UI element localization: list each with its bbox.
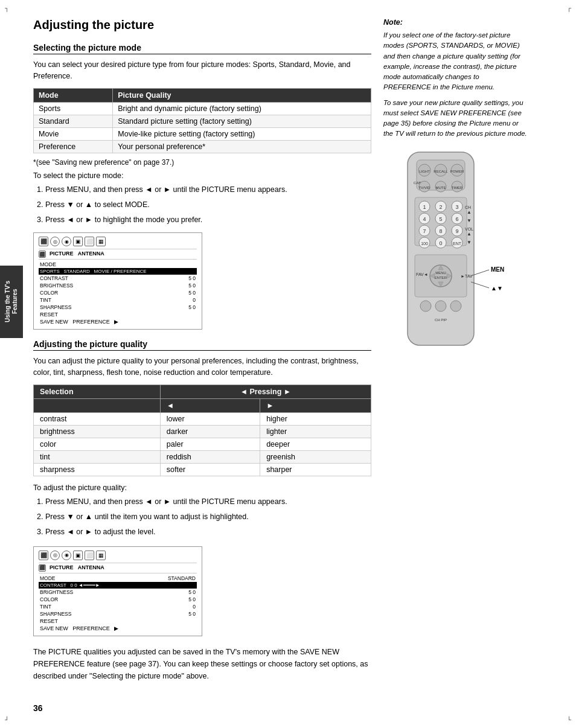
instructions-list-2: Press MENU, and then press ◄ or ► until …: [45, 496, 371, 539]
pressing-cell: greenish: [260, 450, 371, 463]
screen-icons-2: ⬛ ◎ ◉ ▣ ⬜ ▦: [39, 551, 197, 560]
screen-row-tint-1: TINT0: [39, 296, 197, 304]
svg-text:FAV◄: FAV◄: [416, 272, 428, 276]
footnote: *(see "Saving new preference" on page 37…: [33, 158, 371, 167]
screen-mockup-1: ⬛ ◎ ◉ ▣ ⬜ ▦ ⬛ PICTURE ANTENNA MODE SPORT…: [33, 232, 202, 330]
instruction-label-1: To select the picture mode:: [33, 171, 371, 180]
svg-text:5: 5: [439, 216, 442, 222]
svg-point-56: [420, 301, 431, 311]
note-para-2: To save your new picture quality setting…: [383, 98, 528, 139]
remote-container: LIGHT RECALL POWER CABLE TV/VID MUTE TIM…: [383, 149, 528, 368]
section-title-select-mode: Selecting the picture mode: [33, 43, 371, 54]
table-cell: Movie-like picture setting (factory sett…: [113, 127, 371, 140]
right-header: ►: [260, 398, 371, 412]
mode-table: Mode Picture Quality SportsBright and dy…: [33, 88, 371, 153]
screen-icon-6b: ▦: [96, 551, 106, 560]
section-title-adjust: Adjusting the picture quality: [33, 339, 371, 351]
corner-bl: ┘: [5, 717, 9, 723]
instruction-label-2: To adjust the picture quality:: [33, 484, 371, 492]
screen-row-brightness-1: BRIGHTNESS5 0: [39, 282, 197, 289]
table-cell: Your personal preference*: [113, 140, 371, 153]
table-cell: Sports: [34, 102, 113, 115]
screen-div-3: [39, 563, 197, 563]
table-cell: Preference: [34, 140, 113, 153]
svg-text:▲: ▲: [467, 209, 472, 215]
svg-text:CH: CH: [465, 205, 471, 209]
svg-text:LIGHT: LIGHT: [419, 170, 430, 173]
svg-point-58: [450, 301, 461, 311]
screen-mode-highlight-1: SPORTS STANDARD MOVIE / PREFERENCE: [39, 268, 197, 275]
side-tab-text: Using the TV'sFeatures: [4, 281, 19, 322]
svg-text:9: 9: [455, 228, 458, 234]
screen-mode-row-1: MODE: [39, 261, 197, 268]
screen-icon-4b: ▣: [73, 551, 83, 560]
svg-text:▲: ▲: [467, 231, 472, 237]
screen-icon-6: ▦: [96, 237, 106, 246]
pressing-cell: sharper: [260, 463, 371, 476]
pressing-cell: softer: [160, 463, 260, 476]
pressing-cell: lighter: [260, 425, 371, 438]
quality-col-header: Picture Quality: [113, 88, 371, 102]
screen-row-save-2: SAVE NEW PREFERENCE ▶: [39, 625, 197, 632]
svg-text:100: 100: [421, 241, 428, 246]
pressing-cell: color: [34, 438, 161, 450]
svg-text:▼: ▼: [467, 218, 472, 223]
note-para-1: If you select one of the factory-set pic…: [383, 30, 528, 93]
pressing-cell: higher: [260, 412, 371, 425]
svg-text:POWER: POWER: [450, 170, 464, 173]
note-title: Note:: [383, 18, 528, 27]
screen-row-tint-2: TINT0: [39, 603, 197, 610]
svg-text:TV/VID: TV/VID: [418, 186, 430, 190]
section-intro-select-mode: You can select your desired picture type…: [33, 59, 371, 82]
svg-text:CH PIP: CH PIP: [435, 318, 447, 322]
screen-icon-2b: ◎: [50, 551, 60, 560]
mode-col-header: Mode: [34, 88, 113, 102]
bottom-text: The PICTURE qualities you adjusted can b…: [33, 646, 371, 682]
svg-point-57: [435, 301, 446, 311]
screen-icon-2: ◎: [50, 237, 60, 246]
svg-text:►TAV: ►TAV: [461, 274, 473, 278]
svg-text:0: 0: [439, 240, 442, 246]
main-content: Adjusting the picture Selecting the pict…: [33, 12, 371, 716]
instruction-item: Press MENU, and then press ◄ or ► until …: [45, 184, 371, 196]
screen-mode-row-2: MODESTANDARD: [39, 575, 197, 582]
svg-text:MENU: MENU: [491, 266, 504, 273]
section-adjust-quality: Adjusting the picture quality You can ad…: [33, 339, 371, 538]
screen-icon-3: ◉: [62, 237, 71, 246]
svg-text:TIMER: TIMER: [452, 186, 463, 190]
screen-icon-5b: ⬜: [85, 551, 94, 560]
side-tab: Using the TV'sFeatures: [0, 266, 23, 338]
svg-text:3: 3: [455, 204, 458, 210]
pressing-cell: darker: [160, 425, 260, 438]
instruction-item: Press ◄ or ► to highlight the mode you p…: [45, 214, 371, 226]
screen-row-color-1: COLOR5 0: [39, 289, 197, 296]
screen-icons-1: ⬛ ◎ ◉ ▣ ⬜ ▦: [39, 237, 197, 246]
instruction-item: Press ▼ or ▲ until the item you want to …: [45, 511, 371, 523]
screen-row-sharpness-1: SHARPNESS5 0: [39, 304, 197, 311]
svg-text:ENT: ENT: [453, 241, 462, 246]
screen-icon-3b: ◉: [62, 551, 71, 560]
section-intro-adjust: You can adjust the picture quality to yo…: [33, 356, 371, 378]
screen-mockup-2: ⬛ ◎ ◉ ▣ ⬜ ▦ ⬛ PICTURE ANTENNA MODESTANDA…: [33, 546, 202, 636]
page-number: 36: [33, 703, 43, 713]
svg-text:▼: ▼: [467, 240, 472, 245]
screen-label-1: PICTURE ANTENNA: [50, 251, 104, 257]
instruction-item: Press ▼ or ▲ to select MODE.: [45, 199, 371, 211]
instruction-item: Press ◄ or ► to adjust the level.: [45, 526, 371, 538]
screen-row-save-1: SAVE NEW PREFERENCE ▶: [39, 318, 197, 325]
screen-div-2: [39, 259, 197, 260]
screen-row-color-2: COLOR5 0: [39, 596, 197, 603]
pressing-table: Selection ◄ Pressing ► ◄ ► contrastlower…: [33, 385, 371, 476]
svg-text:7: 7: [423, 228, 426, 234]
svg-text:RECALL: RECALL: [434, 170, 448, 173]
corner-br: └: [567, 717, 571, 723]
corner-tr: ┌: [567, 5, 571, 11]
instruction-item: Press MENU, and then press ◄ or ► until …: [45, 496, 371, 508]
corner-tl: ┐: [5, 5, 9, 11]
right-sidebar: Note: If you select one of the factory-s…: [383, 12, 540, 716]
pressing-header: ◄ Pressing ►: [160, 385, 371, 398]
table-cell: Standard: [34, 115, 113, 127]
pressing-cell: tint: [34, 450, 161, 463]
screen-icon-4: ▣: [73, 237, 83, 246]
svg-text:MENU: MENU: [435, 271, 446, 275]
